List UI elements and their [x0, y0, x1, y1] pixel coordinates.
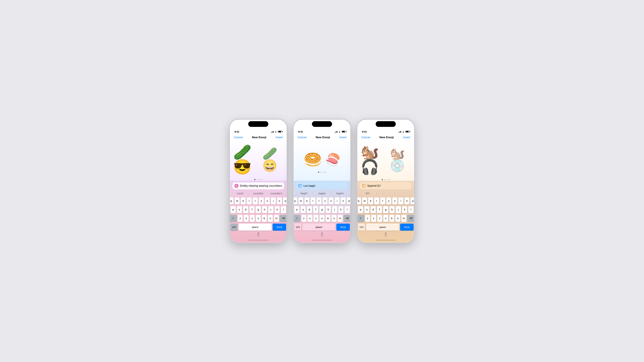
autocomplete-item-1-1[interactable]: cucub: [231, 191, 249, 195]
key-s-3[interactable]: s: [364, 206, 370, 213]
key-m-3[interactable]: m: [401, 215, 406, 222]
mic-icon-2[interactable]: [320, 232, 324, 237]
autocomplete-item-2-1[interactable]: "bagel": [295, 191, 313, 195]
insert-button-1[interactable]: Insert: [276, 136, 283, 139]
key-d-3[interactable]: d: [370, 206, 376, 213]
numbers-key-3[interactable]: 123: [358, 224, 365, 231]
page-dot-1-1[interactable]: [254, 179, 256, 180]
key-w-2[interactable]: w: [298, 197, 304, 204]
done-key-2[interactable]: done: [336, 224, 350, 231]
text-input-3[interactable]: Squirrel DJ: [360, 182, 412, 189]
key-q-3[interactable]: q: [357, 197, 361, 204]
key-t-2[interactable]: t: [316, 197, 322, 204]
key-i-3[interactable]: i: [398, 197, 403, 204]
key-g-2[interactable]: g: [319, 206, 325, 213]
key-y-1[interactable]: y: [259, 197, 264, 204]
key-r-3[interactable]: r: [374, 197, 379, 204]
key-y-3[interactable]: y: [386, 197, 391, 204]
emoji-secondary-2[interactable]: 🍣: [325, 153, 340, 166]
mic-icon-1[interactable]: [256, 232, 260, 237]
key-b-2[interactable]: b: [326, 215, 330, 222]
page-dot-1-2[interactable]: [256, 179, 258, 180]
key-v-1[interactable]: v: [256, 215, 261, 222]
key-k-1[interactable]: k: [274, 206, 280, 213]
key-p-3[interactable]: p: [410, 197, 414, 204]
shift-key-2[interactable]: ⇧: [294, 215, 300, 222]
key-z-2[interactable]: z: [301, 215, 306, 222]
key-a-3[interactable]: a: [358, 206, 363, 213]
key-e-1[interactable]: e: [241, 197, 246, 204]
key-t-1[interactable]: t: [253, 197, 258, 204]
key-p-2[interactable]: p: [347, 197, 350, 204]
page-dot-3-1[interactable]: [382, 179, 383, 180]
key-e-3[interactable]: e: [368, 197, 373, 204]
key-p-1[interactable]: p: [283, 197, 287, 204]
key-o-1[interactable]: o: [277, 197, 282, 204]
key-h-1[interactable]: h: [262, 206, 267, 213]
key-m-2[interactable]: m: [338, 215, 343, 222]
key-x-1[interactable]: x: [244, 215, 249, 222]
key-v-3[interactable]: v: [383, 215, 388, 222]
key-b-3[interactable]: b: [389, 215, 394, 222]
key-w-3[interactable]: w: [362, 197, 367, 204]
emoji-primary-1[interactable]: 🥒😎: [233, 145, 259, 174]
autocomplete-item-1-2[interactable]: cucumber: [249, 191, 267, 195]
key-y-2[interactable]: y: [322, 197, 328, 204]
mic-icon-3[interactable]: [384, 232, 388, 237]
page-dot-3-2[interactable]: [384, 179, 385, 180]
autocomplete-item-3-3[interactable]: [395, 191, 413, 195]
space-key-1[interactable]: space: [238, 224, 272, 231]
done-key-1[interactable]: done: [273, 224, 286, 231]
backspace-key-1[interactable]: ⌫: [280, 215, 287, 222]
key-z-3[interactable]: z: [365, 215, 370, 222]
key-n-1[interactable]: n: [268, 215, 273, 222]
page-dot-1-3[interactable]: [259, 179, 260, 180]
shift-key-1[interactable]: ⇧: [230, 215, 237, 222]
emoji-secondary-3[interactable]: 🐿️💿: [390, 147, 411, 172]
key-j-2[interactable]: j: [332, 206, 337, 213]
autocomplete-item-2-2[interactable]: bagels: [313, 191, 331, 195]
key-c-2[interactable]: c: [314, 215, 318, 222]
key-a-1[interactable]: a: [230, 206, 236, 213]
page-dot-2-4[interactable]: [325, 172, 326, 173]
emoji-secondary-1[interactable]: 🥒😄: [262, 147, 284, 172]
key-g-3[interactable]: g: [383, 206, 388, 213]
key-h-3[interactable]: h: [390, 206, 395, 213]
insert-button-2[interactable]: Insert: [339, 136, 346, 139]
page-dot-2-2[interactable]: [320, 172, 322, 173]
key-q-1[interactable]: q: [230, 197, 234, 204]
cancel-button-2[interactable]: Cancel: [298, 136, 306, 139]
key-e-2[interactable]: e: [304, 197, 310, 204]
key-g-1[interactable]: g: [256, 206, 261, 213]
done-key-3[interactable]: done: [400, 224, 414, 231]
key-r-1[interactable]: r: [247, 197, 252, 204]
key-m-1[interactable]: m: [274, 215, 279, 222]
autocomplete-item-2-3[interactable]: bagel's: [331, 191, 349, 195]
key-w-1[interactable]: w: [234, 197, 240, 204]
autocomplete-item-1-3[interactable]: cucumber's: [267, 191, 286, 195]
key-d-2[interactable]: d: [307, 206, 312, 213]
key-r-2[interactable]: r: [310, 197, 316, 204]
page-dot-2-3[interactable]: [323, 172, 324, 173]
key-f-3[interactable]: f: [377, 206, 382, 213]
autocomplete-item-3-1[interactable]: "DJ": [358, 191, 377, 195]
key-x-3[interactable]: x: [371, 215, 376, 222]
key-j-3[interactable]: j: [396, 206, 401, 213]
key-c-1[interactable]: c: [250, 215, 255, 222]
key-s-1[interactable]: s: [237, 206, 242, 213]
key-c-3[interactable]: c: [377, 215, 382, 222]
text-input-2[interactable]: Lox bagel: [296, 182, 348, 189]
key-i-2[interactable]: i: [334, 197, 340, 204]
key-l-1[interactable]: l: [281, 206, 286, 213]
key-s-2[interactable]: s: [300, 206, 306, 213]
key-t-3[interactable]: t: [380, 197, 385, 204]
key-o-3[interactable]: o: [404, 197, 410, 204]
numbers-key-2[interactable]: 123: [294, 224, 301, 231]
backspace-key-3[interactable]: ⌫: [407, 215, 414, 222]
key-k-3[interactable]: k: [402, 206, 407, 213]
key-l-2[interactable]: l: [344, 206, 350, 213]
key-k-2[interactable]: k: [338, 206, 344, 213]
key-b-1[interactable]: b: [262, 215, 267, 222]
page-dot-3-3[interactable]: [386, 179, 388, 180]
key-l-3[interactable]: l: [408, 206, 414, 213]
